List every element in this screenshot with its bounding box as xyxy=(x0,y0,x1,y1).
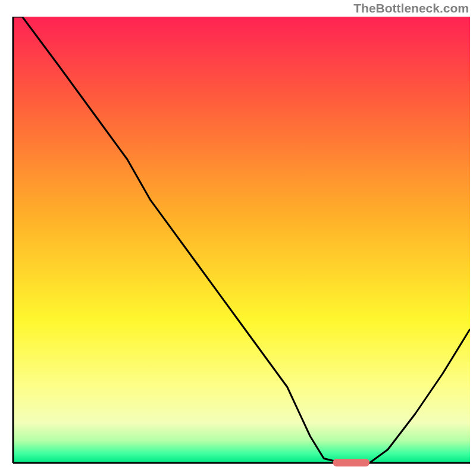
chart-plot-background xyxy=(13,17,470,463)
optimal-range-marker xyxy=(333,459,369,466)
watermark-text: TheBottleneck.com xyxy=(353,1,469,15)
chart-svg xyxy=(6,17,470,470)
chart-container xyxy=(6,17,470,470)
